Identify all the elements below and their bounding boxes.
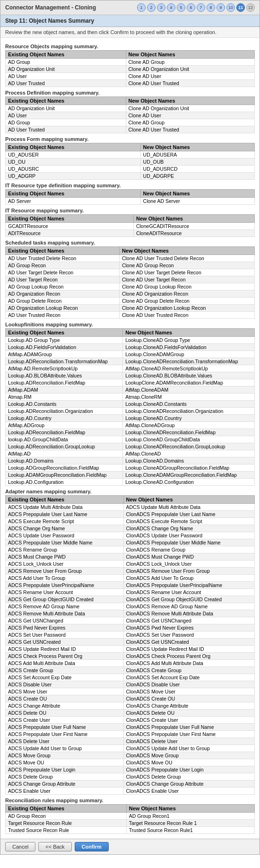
back-button[interactable]: << Back xyxy=(38,842,71,851)
table-cell-5-1-1: Clone AD Group Recon xyxy=(119,262,254,269)
table-row: Lookup.ADGroupReconciliation.FieldMapLoo… xyxy=(6,465,255,472)
table-cell-7-38-0: ADCS Delete Group xyxy=(6,773,124,780)
table-row: AtMap.AD.RemoteScriptlookUpAtMap.CloneAD… xyxy=(6,365,255,372)
table-cell-2-2-0: UD_ADUSRC xyxy=(6,166,141,173)
table-cell-6-1-1: Lookup.CloneAD.FieldsForValidation xyxy=(123,344,255,351)
step-circle-11[interactable]: 11 xyxy=(236,3,245,12)
table-cell-7-7-1: ClonADCS Must Change PWD xyxy=(123,553,254,561)
table-cell-6-16-0: AtMap.AD xyxy=(6,450,123,457)
table-cell-6-17-1: Lookup.CloneAD.Domains xyxy=(123,457,255,465)
table-row: AD User Trusted ReconClone AD User Trust… xyxy=(6,312,255,319)
table-row: AD User TrustedClone AD User Trusted xyxy=(6,126,255,133)
step-circle-5[interactable]: 5 xyxy=(177,3,185,12)
table-row: Target Resource Recon RuleTarget Resourc… xyxy=(6,820,255,827)
table-col-header-0-0: Existing Object Names xyxy=(6,51,126,59)
table-cell-7-23-1: ClonADCS Create Group xyxy=(123,667,254,674)
table-row: Lookup.AD.ConstantsLookup.CloneAD.Consta… xyxy=(6,401,255,408)
table-cell-7-32-0: ADCS Prepopulate User First Name xyxy=(6,731,124,738)
table-cell-6-10-0: Lookup.ADReconciliation.Organization xyxy=(6,408,123,415)
step-circle-8[interactable]: 8 xyxy=(207,3,215,12)
table-row: AD Group Lookup ReconClone AD Group Look… xyxy=(6,283,255,290)
table-cell-2-3-1: UD_ADGRPE xyxy=(140,173,254,180)
table-cell-0-1-1: Clone AD Organization Unit xyxy=(126,66,254,73)
instructions: Review the new object names, and then cl… xyxy=(0,27,260,38)
table-cell-7-1-1: ClonADCS Prepopulate User Last Name xyxy=(123,511,254,518)
table-cell-7-33-1: ClonADCS Delete User xyxy=(123,738,254,745)
table-cell-5-8-1: Clone AD User Trusted Recon xyxy=(119,312,254,319)
table-cell-7-21-1: ClonADCS Check Process Parent Org xyxy=(123,653,254,660)
table-cell-7-9-1: ClonADCS Remove User From Group xyxy=(123,568,254,575)
table-cell-7-0-0: ADCS Update Multi Attribute Data xyxy=(6,504,124,511)
table-cell-0-0-1: Clone AD Group xyxy=(126,59,254,66)
table-cell-5-3-0: AD User Target Recon xyxy=(6,276,120,283)
table-cell-7-24-0: ADCS Set Account Exp Date xyxy=(6,674,124,681)
table-cell-7-39-1: ClonADCS Change Group Attribute xyxy=(123,780,254,788)
table-cell-4-0-0: GCADITResource xyxy=(6,223,134,230)
table-row: ADCS Update Add User to GroupClonADCS Up… xyxy=(6,745,255,752)
step-circle-9[interactable]: 9 xyxy=(217,3,225,12)
table-cell-6-14-1: Lookup.CloneAD.GroupChildData xyxy=(123,436,255,443)
table-cell-6-4-1: AtMap.CloneAD.RemoteScriptlookUp xyxy=(123,365,255,372)
table-row: AD User Target Delete ReconClone AD User… xyxy=(6,269,255,276)
table-cell-7-17-0: ADCS Pwd Never Expires xyxy=(6,624,124,631)
table-cell-7-6-1: ClonADCS Rename Group xyxy=(123,546,254,553)
table-cell-5-8-0: AD User Trusted Recon xyxy=(6,312,120,319)
table-cell-7-37-1: ClonADCS Prepopulate User Login xyxy=(123,766,254,773)
table-cell-7-13-0: ADCS Get Group ObjectGUID Created xyxy=(6,596,124,603)
table-row: ADCS Get Group ObjectGUID CreatedClonADC… xyxy=(6,596,255,603)
table-cell-1-3-1: Clone AD User Trusted xyxy=(126,126,254,133)
step-circle-4[interactable]: 4 xyxy=(167,3,175,12)
section-header-1: Process Definition mapping summary. xyxy=(5,90,255,96)
table-cell-7-2-0: ADCS Execute Remote Script xyxy=(6,518,124,525)
table-cell-7-7-0: ADCS Must Change PWD xyxy=(6,553,124,561)
table-col-header-1-0: Existing Object Names xyxy=(6,97,126,105)
step-circle-1[interactable]: 1 xyxy=(137,3,146,12)
table-col-header-4-0: Existing Object Names xyxy=(6,215,134,223)
table-row: ADCS Update User PasswordClonADCS Update… xyxy=(6,532,255,539)
table-col-header-2-1: New Object Names xyxy=(140,143,254,151)
table-cell-6-16-1: AtMap.CloneAD xyxy=(123,450,255,457)
table-cell-7-27-1: ClonADCS Create OU xyxy=(123,695,254,702)
table-row: ADCS Create GroupClonADCS Create Group xyxy=(6,667,255,674)
table-cell-5-4-0: AD Group Lookup Recon xyxy=(6,283,120,290)
step-circle-12[interactable]: 12 xyxy=(246,3,255,12)
table-row: ADCS Remove Multi Attribute DataClonADCS… xyxy=(6,610,255,617)
table-row: ADCS Add Multi Attribute DataClonADCS Ad… xyxy=(6,660,255,667)
table-cell-5-5-0: AD Organization Recon xyxy=(6,290,120,298)
table-cell-7-4-1: ClonADCS Update User Password xyxy=(123,532,254,539)
table-row: ADCS Must Change PWDClonADCS Must Change… xyxy=(6,553,255,561)
table-cell-7-36-0: ADCS Move OU xyxy=(6,759,124,766)
confirm-button[interactable]: Confirm xyxy=(75,842,109,851)
step-circle-10[interactable]: 10 xyxy=(226,3,235,12)
mapping-table-4: Existing Object NamesNew Object NamesGCA… xyxy=(5,214,255,237)
table-cell-7-35-1: ClonADCS Move Group xyxy=(123,752,254,759)
table-row: ADCS Check Process Parent OrgClonADCS Ch… xyxy=(6,653,255,660)
table-row: ADCS Create OUClonADCS Create OU xyxy=(6,695,255,702)
table-cell-0-1-0: AD Organization Unit xyxy=(6,66,126,73)
table-cell-0-3-0: AD User Trusted xyxy=(6,80,126,87)
table-cell-7-4-0: ADCS Update User Password xyxy=(6,532,124,539)
table-cell-3-0-1: Clone AD Server xyxy=(140,198,254,205)
table-cell-6-19-1: Lookup.CloneADAMGroupReconciliation.Fiel… xyxy=(123,472,255,479)
step-circle-6[interactable]: 6 xyxy=(187,3,195,12)
table-cell-7-21-0: ADCS Check Process Parent Org xyxy=(6,653,124,660)
step-circle-3[interactable]: 3 xyxy=(157,3,165,12)
table-row: Lookup.AD.FieldsForValidationLookup.Clon… xyxy=(6,344,255,351)
table-cell-7-15-1: ClonADCS Remove Multi Attribute Data xyxy=(123,610,254,617)
table-row: ADCS Prepopulate UserPrincipalNameClonAD… xyxy=(6,582,255,589)
step-circle-2[interactable]: 2 xyxy=(147,3,156,12)
table-cell-7-27-0: ADCS Create OU xyxy=(6,695,124,702)
table-cell-5-5-1: Clone AD Organization Recon xyxy=(119,290,254,298)
step-circle-7[interactable]: 7 xyxy=(197,3,205,12)
footer: Cancel << Back Confirm xyxy=(0,839,260,854)
mapping-table-8: Existing Object NamesNew Object NamesAD … xyxy=(5,804,255,834)
mapping-table-2: Existing Object NamesNew Object NamesUD_… xyxy=(5,143,255,180)
table-cell-7-13-1: ClonADCS Get Group ObjectGUID Created xyxy=(123,596,254,603)
table-row: ADCS Move OUClonADCS Move OU xyxy=(6,759,255,766)
table-cell-5-6-0: AD Group Delete Recon xyxy=(6,298,120,305)
mapping-table-7: Existing Object NamesNew Object NamesADC… xyxy=(5,495,255,795)
table-row: ADCS Disable UserClonADCS Disable User xyxy=(6,681,255,688)
cancel-button[interactable]: Cancel xyxy=(5,842,35,851)
table-row: UD_ADUSERUD_ADUSERA xyxy=(6,151,255,158)
table-row: AD Organization UnitClone AD Organizatio… xyxy=(6,66,255,73)
